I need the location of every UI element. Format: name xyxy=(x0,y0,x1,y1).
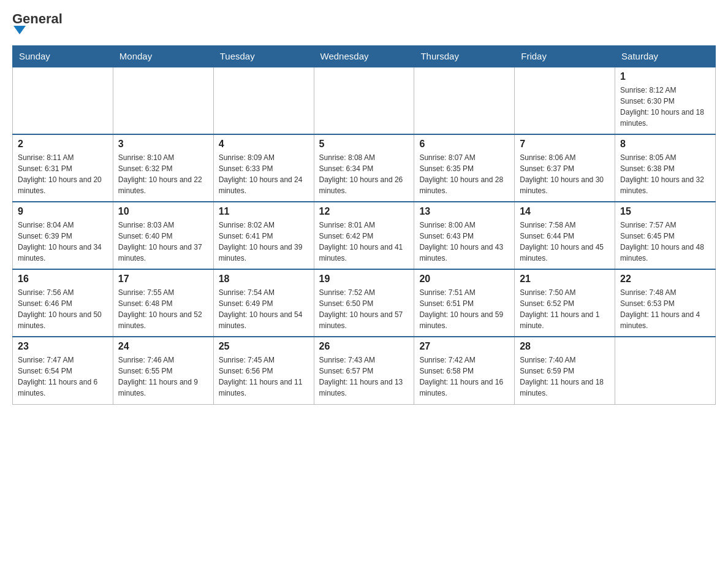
day-header-sunday: Sunday xyxy=(13,46,113,67)
day-number: 21 xyxy=(520,274,610,285)
calendar-cell: 20Sunrise: 7:51 AMSunset: 6:51 PMDayligh… xyxy=(414,269,515,337)
day-number: 19 xyxy=(319,274,409,285)
day-info: Sunrise: 7:51 AMSunset: 6:51 PMDaylight:… xyxy=(419,287,509,331)
calendar-cell: 18Sunrise: 7:54 AMSunset: 6:49 PMDayligh… xyxy=(213,269,314,337)
day-info: Sunrise: 7:48 AMSunset: 6:53 PMDaylight:… xyxy=(620,287,710,331)
day-number: 24 xyxy=(118,341,208,352)
calendar-cell: 22Sunrise: 7:48 AMSunset: 6:53 PMDayligh… xyxy=(615,269,716,337)
day-header-wednesday: Wednesday xyxy=(314,46,414,67)
calendar-cell: 26Sunrise: 7:43 AMSunset: 6:57 PMDayligh… xyxy=(314,337,414,404)
day-number: 2 xyxy=(18,139,108,150)
calendar-cell xyxy=(213,67,314,134)
day-number: 26 xyxy=(319,341,409,352)
calendar-cell: 3Sunrise: 8:10 AMSunset: 6:32 PMDaylight… xyxy=(113,134,213,202)
day-number: 8 xyxy=(620,139,710,150)
calendar-cell xyxy=(113,67,213,134)
day-info: Sunrise: 7:43 AMSunset: 6:57 PMDaylight:… xyxy=(319,354,409,399)
day-number: 6 xyxy=(419,139,509,150)
day-number: 13 xyxy=(419,206,509,217)
week-row-1: 1Sunrise: 8:12 AMSunset: 6:30 PMDaylight… xyxy=(13,67,716,134)
day-info: Sunrise: 8:06 AMSunset: 6:37 PMDaylight:… xyxy=(520,152,610,196)
day-number: 3 xyxy=(118,139,208,150)
day-info: Sunrise: 8:08 AMSunset: 6:34 PMDaylight:… xyxy=(319,152,409,196)
calendar-table: SundayMondayTuesdayWednesdayThursdayFrid… xyxy=(12,45,716,405)
week-row-5: 23Sunrise: 7:47 AMSunset: 6:54 PMDayligh… xyxy=(13,337,716,404)
day-info: Sunrise: 7:55 AMSunset: 6:48 PMDaylight:… xyxy=(118,287,208,331)
day-header-tuesday: Tuesday xyxy=(213,46,314,67)
week-row-2: 2Sunrise: 8:11 AMSunset: 6:31 PMDaylight… xyxy=(13,134,716,202)
calendar-cell: 19Sunrise: 7:52 AMSunset: 6:50 PMDayligh… xyxy=(314,269,414,337)
day-info: Sunrise: 8:07 AMSunset: 6:35 PMDaylight:… xyxy=(419,152,509,196)
page-header: General xyxy=(12,12,716,36)
day-number: 4 xyxy=(219,139,309,150)
day-info: Sunrise: 7:42 AMSunset: 6:58 PMDaylight:… xyxy=(419,354,509,399)
logo-triangle-icon xyxy=(13,26,26,34)
day-info: Sunrise: 7:46 AMSunset: 6:55 PMDaylight:… xyxy=(118,354,208,399)
calendar-cell: 1Sunrise: 8:12 AMSunset: 6:30 PMDaylight… xyxy=(615,67,716,134)
day-number: 9 xyxy=(18,206,108,217)
day-number: 11 xyxy=(219,206,309,217)
calendar-cell: 9Sunrise: 8:04 AMSunset: 6:39 PMDaylight… xyxy=(13,202,113,269)
day-info: Sunrise: 7:52 AMSunset: 6:50 PMDaylight:… xyxy=(319,287,409,331)
day-info: Sunrise: 8:09 AMSunset: 6:33 PMDaylight:… xyxy=(219,152,309,196)
logo-general-text: General xyxy=(12,12,63,26)
day-number: 1 xyxy=(620,71,710,82)
calendar-cell xyxy=(414,67,515,134)
day-number: 12 xyxy=(319,206,409,217)
calendar-cell: 10Sunrise: 8:03 AMSunset: 6:40 PMDayligh… xyxy=(113,202,213,269)
calendar-cell: 15Sunrise: 7:57 AMSunset: 6:45 PMDayligh… xyxy=(615,202,716,269)
calendar-cell: 14Sunrise: 7:58 AMSunset: 6:44 PMDayligh… xyxy=(515,202,615,269)
day-number: 15 xyxy=(620,206,710,217)
day-number: 7 xyxy=(520,139,610,150)
day-info: Sunrise: 8:02 AMSunset: 6:41 PMDaylight:… xyxy=(219,220,309,264)
day-info: Sunrise: 7:58 AMSunset: 6:44 PMDaylight:… xyxy=(520,220,610,264)
calendar-cell: 21Sunrise: 7:50 AMSunset: 6:52 PMDayligh… xyxy=(515,269,615,337)
calendar-cell: 5Sunrise: 8:08 AMSunset: 6:34 PMDaylight… xyxy=(314,134,414,202)
day-header-monday: Monday xyxy=(113,46,213,67)
day-number: 28 xyxy=(520,341,610,352)
day-number: 20 xyxy=(419,274,509,285)
day-number: 22 xyxy=(620,274,710,285)
day-info: Sunrise: 8:05 AMSunset: 6:38 PMDaylight:… xyxy=(620,152,710,196)
day-info: Sunrise: 7:56 AMSunset: 6:46 PMDaylight:… xyxy=(18,287,108,331)
day-info: Sunrise: 8:03 AMSunset: 6:40 PMDaylight:… xyxy=(118,220,208,264)
day-info: Sunrise: 7:47 AMSunset: 6:54 PMDaylight:… xyxy=(18,354,108,399)
week-row-4: 16Sunrise: 7:56 AMSunset: 6:46 PMDayligh… xyxy=(13,269,716,337)
day-number: 5 xyxy=(319,139,409,150)
calendar-cell: 13Sunrise: 8:00 AMSunset: 6:43 PMDayligh… xyxy=(414,202,515,269)
calendar-cell xyxy=(615,337,716,404)
calendar-cell: 7Sunrise: 8:06 AMSunset: 6:37 PMDaylight… xyxy=(515,134,615,202)
calendar-cell: 28Sunrise: 7:40 AMSunset: 6:59 PMDayligh… xyxy=(515,337,615,404)
day-number: 18 xyxy=(219,274,309,285)
day-info: Sunrise: 8:01 AMSunset: 6:42 PMDaylight:… xyxy=(319,220,409,264)
day-info: Sunrise: 7:45 AMSunset: 6:56 PMDaylight:… xyxy=(219,354,309,399)
day-info: Sunrise: 8:10 AMSunset: 6:32 PMDaylight:… xyxy=(118,152,208,196)
calendar-cell: 16Sunrise: 7:56 AMSunset: 6:46 PMDayligh… xyxy=(13,269,113,337)
day-number: 25 xyxy=(219,341,309,352)
day-number: 23 xyxy=(18,341,108,352)
logo-blue-text xyxy=(12,26,26,36)
calendar-cell xyxy=(314,67,414,134)
day-header-saturday: Saturday xyxy=(615,46,716,67)
logo: General xyxy=(12,12,63,36)
calendar-cell: 23Sunrise: 7:47 AMSunset: 6:54 PMDayligh… xyxy=(13,337,113,404)
calendar-cell xyxy=(515,67,615,134)
calendar-cell: 27Sunrise: 7:42 AMSunset: 6:58 PMDayligh… xyxy=(414,337,515,404)
day-info: Sunrise: 7:54 AMSunset: 6:49 PMDaylight:… xyxy=(219,287,309,331)
calendar-header-row: SundayMondayTuesdayWednesdayThursdayFrid… xyxy=(13,46,716,67)
day-number: 27 xyxy=(419,341,509,352)
calendar-cell: 6Sunrise: 8:07 AMSunset: 6:35 PMDaylight… xyxy=(414,134,515,202)
day-header-friday: Friday xyxy=(515,46,615,67)
day-header-thursday: Thursday xyxy=(414,46,515,67)
calendar-cell: 4Sunrise: 8:09 AMSunset: 6:33 PMDaylight… xyxy=(213,134,314,202)
calendar-cell: 24Sunrise: 7:46 AMSunset: 6:55 PMDayligh… xyxy=(113,337,213,404)
calendar-cell: 17Sunrise: 7:55 AMSunset: 6:48 PMDayligh… xyxy=(113,269,213,337)
day-info: Sunrise: 7:57 AMSunset: 6:45 PMDaylight:… xyxy=(620,220,710,264)
calendar-cell: 2Sunrise: 8:11 AMSunset: 6:31 PMDaylight… xyxy=(13,134,113,202)
calendar-cell: 12Sunrise: 8:01 AMSunset: 6:42 PMDayligh… xyxy=(314,202,414,269)
day-info: Sunrise: 8:11 AMSunset: 6:31 PMDaylight:… xyxy=(18,152,108,196)
day-info: Sunrise: 8:00 AMSunset: 6:43 PMDaylight:… xyxy=(419,220,509,264)
day-info: Sunrise: 7:50 AMSunset: 6:52 PMDaylight:… xyxy=(520,287,610,331)
day-number: 10 xyxy=(118,206,208,217)
day-number: 17 xyxy=(118,274,208,285)
